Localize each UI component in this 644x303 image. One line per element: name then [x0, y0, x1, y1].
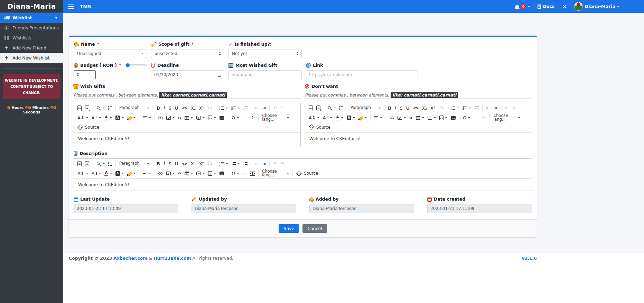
font-color-button[interactable] — [334, 113, 345, 122]
axbecher-link[interactable]: Axbecher.com — [113, 256, 147, 261]
wish-gifts-editor-content[interactable]: Welcome to CKEditor 5! — [74, 132, 300, 146]
docs-link[interactable]: Docs — [538, 4, 554, 9]
page-break-button[interactable] — [480, 113, 487, 122]
insert-table-button[interactable] — [414, 113, 426, 122]
highlight-button[interactable] — [126, 113, 137, 122]
most-wished-input[interactable] — [228, 70, 302, 79]
insert-image-button[interactable] — [165, 169, 176, 177]
underline-button[interactable]: U — [174, 159, 180, 168]
font-family-button[interactable]: A — [90, 169, 102, 177]
choose-language-dropdown[interactable]: Choose lang... — [492, 113, 522, 122]
navbar-brand[interactable]: TMS — [80, 4, 91, 9]
code-block-button[interactable] — [207, 169, 217, 177]
superscript-button[interactable]: X² — [429, 104, 437, 112]
insert-media-button[interactable] — [195, 169, 206, 177]
html-embed-button[interactable] — [218, 113, 226, 122]
indent-button[interactable]: ⇥ — [261, 159, 267, 168]
budget-input[interactable] — [74, 70, 96, 79]
wish-gifts-hint-input[interactable]: Please put commas , between elements, li… — [74, 91, 301, 99]
name-select[interactable]: Unassigned — [74, 49, 147, 58]
block-quote-button[interactable]: “ — [177, 169, 183, 177]
font-size-button[interactable]: A↕ — [307, 113, 321, 122]
block-quote-button[interactable]: “ — [177, 113, 183, 122]
notifications-dropdown[interactable]: 0 — [515, 4, 530, 9]
font-color-button[interactable] — [103, 113, 113, 122]
special-characters-button[interactable]: Ω — [230, 113, 240, 122]
sidebar-item-wishlist[interactable]: Wishlist — [0, 13, 63, 23]
bold-button[interactable]: B — [386, 104, 393, 112]
bulleted-list-button[interactable] — [218, 104, 229, 112]
font-size-button[interactable]: A↕ — [76, 169, 90, 177]
budget-slider[interactable] — [125, 64, 147, 66]
italic-button[interactable]: I — [162, 104, 167, 112]
sidebar-item-wishlists[interactable]: Wishlists — [0, 33, 63, 43]
calendar-icon[interactable] — [218, 73, 221, 77]
export-pdf-button[interactable]: PDF — [76, 159, 83, 168]
paragraph-dropdown[interactable]: Paragraph — [118, 104, 151, 112]
fullscreen-icon[interactable] — [562, 4, 567, 9]
bulleted-list-button[interactable] — [218, 159, 229, 168]
insert-image-button[interactable] — [165, 113, 176, 122]
horizontal-line-button[interactable]: — — [472, 113, 479, 122]
code-button[interactable]: <> — [180, 159, 188, 168]
superscript-button[interactable]: X² — [198, 159, 205, 168]
dont-want-hint-input[interactable]: Please put commas , between elements, li… — [305, 91, 532, 99]
choose-language-dropdown[interactable]: Choose lang... — [261, 113, 290, 122]
todo-list-button[interactable] — [242, 104, 249, 112]
bold-button[interactable]: B — [155, 159, 161, 168]
bold-button[interactable]: B — [155, 104, 161, 112]
hamburger-icon[interactable] — [68, 4, 74, 9]
underline-button[interactable]: U — [405, 104, 411, 112]
link-input[interactable] — [306, 70, 418, 79]
block-quote-button[interactable]: “ — [408, 113, 414, 122]
alignment-button[interactable] — [141, 113, 152, 122]
select-all-button[interactable] — [107, 104, 113, 112]
deadline-date-input[interactable]: 01/30/2023 — [151, 70, 224, 79]
numbered-list-button[interactable] — [230, 104, 241, 112]
superscript-button[interactable]: X² — [198, 104, 205, 112]
page-break-button[interactable] — [249, 169, 256, 177]
font-size-button[interactable]: A↕ — [76, 113, 90, 122]
horizontal-line-button[interactable]: — — [241, 169, 248, 177]
strikethrough-button[interactable]: S — [167, 104, 173, 112]
sidebar-item-add-new-friend[interactable]: + Add New Friend — [0, 43, 63, 53]
slider-thumb[interactable] — [126, 63, 130, 67]
code-button[interactable]: <> — [411, 104, 420, 112]
underline-button[interactable]: U — [174, 104, 180, 112]
save-button[interactable]: Save — [279, 224, 299, 233]
export-word-button[interactable]: W — [84, 159, 91, 168]
font-family-button[interactable]: A — [321, 113, 334, 122]
insert-table-button[interactable] — [183, 113, 194, 122]
todo-list-button[interactable] — [242, 159, 249, 168]
sidebar-item-friends-presentations[interactable]: Friends Presentations — [0, 23, 63, 33]
paragraph-dropdown[interactable]: Paragraph — [118, 159, 151, 168]
paragraph-dropdown[interactable]: Paragraph — [349, 104, 382, 112]
link-button[interactable] — [157, 169, 164, 177]
font-bg-color-button[interactable] — [114, 113, 125, 122]
font-bg-color-button[interactable] — [345, 113, 356, 122]
cancel-button[interactable]: Cancel — [302, 224, 327, 233]
export-pdf-button[interactable]: PDF — [76, 104, 83, 112]
html-embed-button[interactable] — [449, 113, 457, 122]
link-button[interactable] — [388, 113, 395, 122]
insert-media-button[interactable] — [195, 113, 206, 122]
code-block-button[interactable] — [438, 113, 449, 122]
finished-select[interactable]: Not yet — [228, 49, 302, 58]
find-replace-button[interactable] — [95, 104, 106, 112]
insert-image-button[interactable] — [396, 113, 407, 122]
todo-list-button[interactable] — [473, 104, 480, 112]
special-characters-button[interactable]: Ω — [230, 169, 240, 177]
subscript-button[interactable]: X₂ — [189, 104, 197, 112]
code-block-button[interactable] — [207, 113, 217, 122]
source-button[interactable]: Source — [295, 169, 319, 177]
highlight-button[interactable] — [357, 113, 368, 122]
subscript-button[interactable]: X₂ — [189, 159, 197, 168]
highlight-button[interactable] — [126, 169, 137, 177]
export-word-button[interactable]: W — [315, 104, 322, 112]
font-color-button[interactable] — [103, 169, 113, 177]
numbered-list-button[interactable] — [230, 159, 241, 168]
insert-media-button[interactable] — [426, 113, 437, 122]
italic-button[interactable]: I — [162, 159, 167, 168]
choose-language-dropdown[interactable]: Choose lang... — [261, 169, 290, 177]
source-button[interactable]: Source — [307, 123, 332, 131]
